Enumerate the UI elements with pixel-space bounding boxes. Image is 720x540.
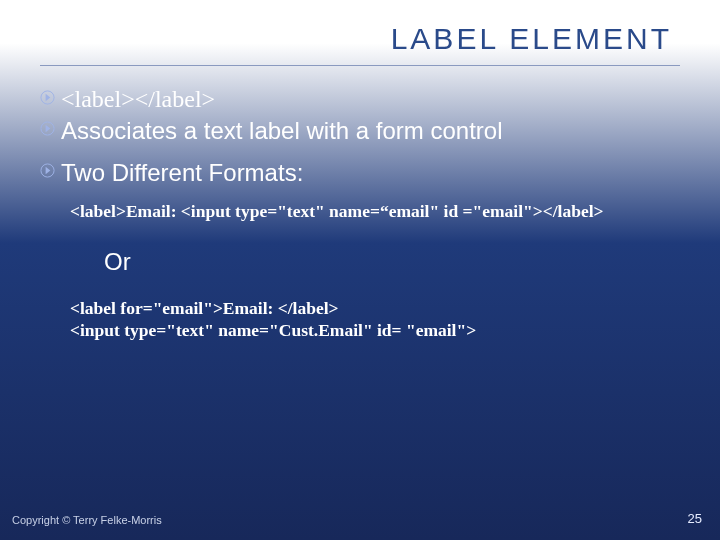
bullet-text: Two Different Formats:	[61, 159, 303, 187]
bullet-text: Associates a text label with a form cont…	[61, 117, 503, 145]
bullet-item: <label></label>	[40, 86, 680, 113]
bullet-text: <label></label>	[61, 86, 215, 113]
code-line: <input type="text" name="Cust.Email" id=…	[70, 320, 680, 342]
footer-copyright: Copyright © Terry Felke-Morris	[12, 514, 162, 526]
slide-title: LABEL ELEMENT	[391, 22, 672, 56]
bullet-arrow-icon	[40, 163, 55, 178]
code-line: <label for="email">Email: </label>	[70, 298, 680, 320]
slide-body: <label></label> Associates a text label …	[40, 86, 680, 342]
or-separator: Or	[104, 248, 680, 276]
bullet-item: Associates a text label with a form cont…	[40, 117, 680, 145]
title-underline	[40, 65, 680, 66]
code-example-1: <label>Email: <input type="text" name=“e…	[70, 201, 680, 222]
bullet-arrow-icon	[40, 90, 55, 105]
bullet-item: Two Different Formats:	[40, 159, 680, 187]
slide: LABEL ELEMENT <label></label> Associates…	[0, 0, 720, 540]
bullet-arrow-icon	[40, 121, 55, 136]
page-number: 25	[688, 511, 702, 526]
code-example-2: <label for="email">Email: </label> <inpu…	[70, 298, 680, 342]
